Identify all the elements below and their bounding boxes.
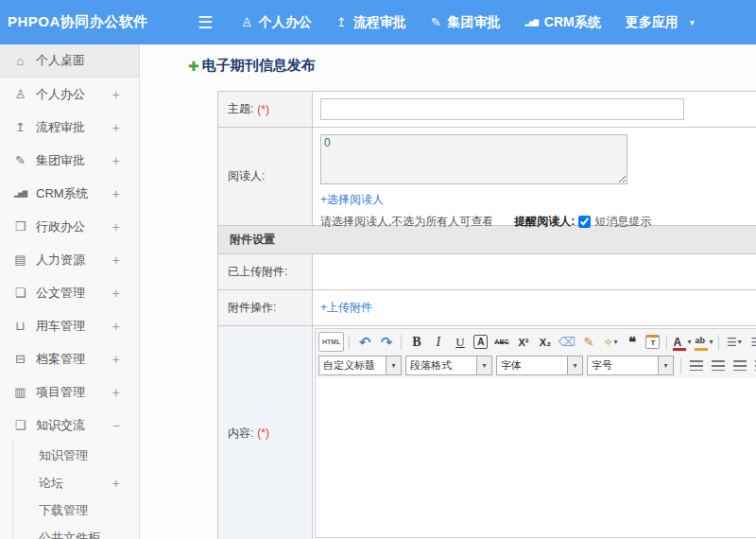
remove-format-button[interactable]: ⌫	[557, 332, 576, 352]
italic-button[interactable]: I	[428, 332, 448, 352]
content-label: 内容: (*)	[218, 326, 313, 539]
sidebar-item-document-mgmt[interactable]: ❏ 公文管理 +	[0, 276, 139, 309]
chevron-down-icon[interactable]: ▾	[690, 17, 695, 27]
sidebar-item-process-approval[interactable]: ↥ 流程审批 +	[0, 111, 139, 144]
required-mark: (*)	[257, 103, 269, 116]
justify-button[interactable]	[751, 356, 756, 375]
process-icon: ↥	[12, 120, 28, 134]
readers-row: 阅读人: 0 +选择阅读人 请选择阅读人,不选为所有人可查看 提醒阅读人: 短消…	[218, 128, 756, 226]
sidebar-item-admin-office[interactable]: ❒ 行政办公 +	[0, 210, 139, 243]
truck-icon: ⊔	[12, 319, 28, 333]
topnav-label: 流程审批	[353, 14, 406, 31]
underline-button[interactable]: U	[450, 332, 470, 352]
topnav-process-approval[interactable]: ↥ 流程审批	[336, 14, 406, 31]
main-content: ✚ 电子期刊信息发布 主题: (*) 阅读人: 0 +选择阅读人	[141, 44, 756, 539]
sidebar-item-crm[interactable]: ▂▅▇ CRM系统 +	[0, 177, 139, 210]
subscript-button[interactable]: X₂	[535, 332, 555, 352]
bold-button[interactable]: B	[406, 332, 426, 352]
attachment-operation-label: 附件操作:	[218, 290, 313, 325]
expand-icon[interactable]: +	[112, 219, 120, 235]
sidebar-item-vehicle-mgmt[interactable]: ⊔ 用车管理 +	[0, 309, 139, 342]
strikethrough-button[interactable]: ABC	[491, 332, 511, 352]
sidebar-submenu-knowledge: 知识管理 论坛 + 下载管理 公共文件柜	[12, 442, 139, 539]
toolbar-divider	[349, 335, 350, 350]
required-mark: (*)	[257, 426, 269, 440]
expand-icon[interactable]: +	[112, 87, 120, 102]
undo-button[interactable]: ↶	[354, 332, 374, 352]
bar-chart-icon: ▂▅▇	[525, 19, 538, 26]
subject-input[interactable]	[320, 98, 684, 120]
font-family-select[interactable]: 字体 ▾	[496, 356, 583, 375]
highlight-color-button[interactable]: ab ▾	[694, 332, 713, 352]
sidebar-item-knowledge-exchange[interactable]: ❑ 知识交流 −	[0, 409, 139, 442]
plus-icon: ✚	[188, 59, 199, 74]
sms-remind-checkbox[interactable]	[578, 216, 591, 228]
sidebar-item-personal-office[interactable]: ♙ 个人办公 +	[0, 78, 139, 111]
align-right-icon	[733, 360, 747, 371]
topnav-more-apps[interactable]: 更多应用	[626, 14, 679, 31]
sidebar-subitem-download-mgmt[interactable]: 下载管理	[13, 496, 139, 524]
superscript-button[interactable]: X²	[513, 332, 533, 352]
ordered-list-button[interactable]: ☰ ▾	[724, 332, 744, 352]
quick-format-button[interactable]: ✧ ▾	[600, 332, 620, 352]
subject-label: 主题: (*)	[218, 92, 313, 127]
custom-heading-select[interactable]: 自定义标题 ▾	[318, 356, 402, 375]
sidebar-subitem-knowledge-mgmt[interactable]: 知识管理	[13, 442, 139, 469]
expand-icon[interactable]: +	[112, 385, 120, 400]
expand-icon[interactable]: +	[112, 476, 120, 491]
source-code-button[interactable]: HTML	[318, 332, 344, 352]
redo-button[interactable]: ↷	[376, 332, 396, 352]
expand-icon[interactable]: +	[112, 319, 120, 334]
editor-content-area[interactable]	[316, 378, 756, 537]
project-icon: ▥	[12, 385, 28, 399]
sidebar-subitem-public-file-cabinet[interactable]: 公共文件柜	[13, 524, 139, 539]
toolbar-divider	[680, 358, 681, 374]
expand-icon[interactable]: +	[112, 120, 120, 135]
expand-icon[interactable]: +	[112, 186, 120, 201]
briefcase-icon: ❒	[12, 219, 28, 234]
topnav-group-approval[interactable]: ✎ 集团审批	[431, 14, 501, 31]
font-size-select[interactable]: 字号 ▾	[587, 356, 674, 375]
expand-icon[interactable]: +	[112, 286, 120, 301]
sidebar-item-project-mgmt[interactable]: ▥ 项目管理 +	[0, 375, 139, 409]
align-center-icon	[712, 360, 725, 371]
expand-icon[interactable]: +	[112, 252, 120, 268]
align-right-button[interactable]	[730, 356, 749, 375]
unordered-list-button[interactable]: ☰	[746, 332, 756, 352]
chevron-down-icon: ▾	[687, 338, 691, 346]
select-readers-link[interactable]: +选择阅读人	[320, 192, 384, 208]
paste-plain-button[interactable]: T	[645, 335, 660, 349]
format-brush-button[interactable]: ✎	[578, 332, 598, 352]
book-icon: ▤	[12, 252, 28, 267]
sms-remind-label: 短消息提示	[594, 214, 651, 230]
topbar: PHPOA协同办公软件 ☰ ♙ 个人办公 ↥ 流程审批 ✎ 集团审批 ▂▅▇ C…	[0, 0, 756, 44]
upload-attachment-link[interactable]: +上传附件	[320, 300, 372, 316]
expand-icon[interactable]: +	[112, 153, 120, 168]
chevron-down-icon: ▾	[476, 356, 491, 374]
bar-chart-icon: ▂▅▇	[12, 190, 28, 198]
topnav-personal-office[interactable]: ♙ 个人办公	[241, 14, 312, 31]
blockquote-button[interactable]: ❝	[622, 332, 642, 352]
readers-hint: 请选择阅读人,不选为所有人可查看 提醒阅读人: 短消息提示	[320, 214, 756, 230]
page-title: ✚ 电子期刊信息发布	[188, 57, 756, 75]
paragraph-format-select[interactable]: 段落格式 ▾	[405, 356, 492, 375]
sidebar-item-group-approval[interactable]: ✎ 集团审批 +	[0, 144, 139, 177]
topnav-label: 个人办公	[259, 14, 312, 31]
hamburger-menu-icon[interactable]: ☰	[194, 12, 216, 33]
font-style-button[interactable]: A	[473, 335, 488, 349]
sidebar-item-hr[interactable]: ▤ 人力资源 +	[0, 243, 139, 276]
toolbar-divider	[401, 335, 402, 350]
toolbar-divider	[718, 335, 719, 350]
sidebar-item-personal-desktop[interactable]: ⌂ 个人桌面	[0, 44, 139, 78]
chevron-down-icon: ▾	[709, 338, 713, 346]
sidebar-subitem-forum[interactable]: 论坛 +	[13, 469, 139, 496]
expand-icon[interactable]: +	[112, 352, 120, 367]
chevron-down-icon: ▾	[613, 338, 617, 346]
align-center-button[interactable]	[708, 356, 728, 375]
sidebar-item-archive-mgmt[interactable]: ⊟ 档案管理 +	[0, 342, 139, 375]
readers-textarea[interactable]: 0	[320, 134, 627, 184]
topnav-crm[interactable]: ▂▅▇ CRM系统	[525, 14, 601, 31]
collapse-icon[interactable]: −	[112, 418, 120, 433]
align-left-button[interactable]	[686, 356, 706, 375]
font-color-button[interactable]: A ▾	[672, 332, 692, 352]
